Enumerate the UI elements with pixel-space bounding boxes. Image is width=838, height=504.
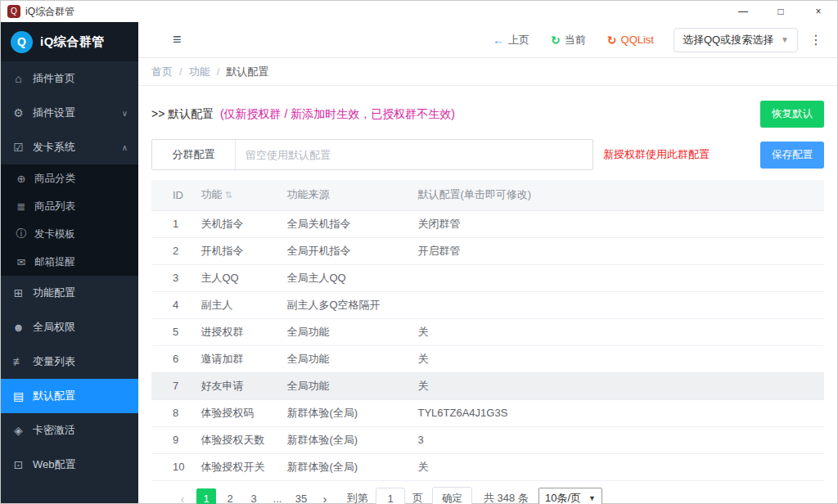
refresh-qqlist-button[interactable]: ↻ QQList (607, 34, 654, 47)
variable-icon: ≢ (11, 355, 25, 368)
web-icon: ⊡ (11, 458, 25, 471)
sort-icon[interactable]: ⇅ (224, 190, 232, 200)
minimize-button[interactable]: — (724, 1, 762, 22)
brand-name: iQ综合群管 (40, 34, 105, 50)
total-count-label: 共 348 条 (484, 491, 529, 504)
sidebar-item-default-config[interactable]: ▤ 默认配置 (1, 379, 138, 413)
cell-source: 副主人多Q空格隔开 (278, 291, 409, 318)
cell-config[interactable]: 关闭群管 (409, 210, 824, 237)
goto-label: 到第 (347, 491, 368, 504)
table-row[interactable]: 3 主人QQ 全局主人QQ (151, 264, 824, 291)
table-row[interactable]: 6 邀请加群 全局功能 关 (151, 345, 824, 372)
table-row[interactable]: 9 体验授权天数 新群体验(全局) 3 (151, 426, 824, 453)
confirm-button[interactable]: 确定 (432, 487, 472, 504)
config-table: ID 功能⇅ 功能来源 默认配置(单击即可修改) 1 关机指令 全局关机指令 关… (151, 180, 824, 481)
chevron-down-icon: ▼ (781, 35, 789, 44)
sidebar-item-label: 发卡系统 (33, 140, 115, 155)
sidebar-subitem-label: 发卡模板 (34, 227, 75, 241)
cell-config[interactable]: 关 (409, 372, 824, 399)
group-config-button[interactable]: 分群配置 (152, 140, 236, 169)
sidebar-item-web-config[interactable]: ⊡ Web配置 (1, 448, 138, 482)
sidebar-subitem-card-template[interactable]: ⓘ 发卡模板 (1, 220, 138, 248)
maximize-button[interactable]: □ (762, 1, 800, 22)
sidebar-item-label: 卡密激活 (33, 423, 128, 438)
gear-icon: ⚙ (11, 106, 25, 119)
page-button-3[interactable]: 3 (244, 488, 264, 504)
cell-config[interactable]: TYL6TZ6A4J1G3S (409, 399, 824, 426)
refresh-icon: ↻ (551, 34, 561, 47)
table-row[interactable]: 2 开机指令 全局开机指令 开启群管 (151, 237, 824, 264)
breadcrumb-feature[interactable]: 功能 (189, 65, 210, 79)
page-button-2[interactable]: 2 (220, 488, 240, 504)
page-unit-label: 页 (412, 491, 423, 504)
cell-config[interactable]: 关 (409, 345, 824, 372)
table-row[interactable]: 5 进授权群 全局功能 关 (151, 318, 824, 345)
page-ellipsis[interactable]: ... (268, 488, 287, 504)
header-source: 功能来源 (278, 180, 409, 210)
refresh-current-button[interactable]: ↻ 当前 (551, 33, 586, 47)
close-button[interactable]: × (800, 1, 837, 22)
sidebar-item-label: Web配置 (33, 457, 128, 472)
cell-function: 主人QQ (192, 264, 278, 291)
sidebar-item-plugin-settings[interactable]: ⚙ 插件设置 ∨ (1, 96, 138, 130)
warning-text: 新授权群使用此群配置 (603, 147, 710, 162)
table-row[interactable]: 1 关机指令 全局关机指令 关闭群管 (151, 210, 824, 237)
group-config-input[interactable] (236, 140, 592, 169)
sidebar-item-variable-list[interactable]: ≢ 变量列表 (1, 344, 138, 379)
sidebar-subitem-label: 邮箱提醒 (34, 255, 75, 269)
cell-function: 进授权群 (192, 318, 278, 345)
table-row[interactable]: 8 体验授权码 新群体验(全局) TYL6TZ6A4J1G3S (151, 399, 824, 426)
sidebar-subitem-mail-reminder[interactable]: ✉ 邮箱提醒 (1, 248, 138, 276)
cell-config[interactable]: 关 (409, 453, 824, 480)
restore-default-button[interactable]: 恢复默认 (760, 101, 824, 128)
panel-title: >> 默认配置 (151, 107, 214, 120)
cell-function: 体验授权码 (192, 399, 278, 426)
save-config-button[interactable]: 保存配置 (760, 142, 824, 169)
cell-id: 4 (151, 291, 192, 318)
page-button-35[interactable]: 35 (291, 488, 311, 504)
card-system-icon: ☑ (11, 141, 25, 154)
cell-config[interactable] (409, 291, 824, 318)
sidebar-item-plugin-home[interactable]: ⌂ 插件首页 (1, 61, 138, 96)
cell-config[interactable] (409, 264, 824, 291)
cell-function: 邀请加群 (192, 345, 278, 372)
sidebar-item-card-system[interactable]: ☑ 发卡系统 ∧ (1, 130, 138, 164)
qq-select-dropdown[interactable]: 选择QQ或搜索选择 ▼ (674, 28, 798, 52)
list-icon: ≣ (15, 200, 28, 213)
page-button-1[interactable]: 1 (196, 488, 216, 504)
table-header-row: ID 功能⇅ 功能来源 默认配置(单击即可修改) (151, 180, 824, 210)
cell-source: 全局关机指令 (278, 210, 409, 237)
cell-config[interactable]: 3 (409, 426, 824, 453)
person-icon: ☻ (11, 321, 25, 334)
sidebar-subitem-product-list[interactable]: ≣ 商品列表 (1, 192, 138, 220)
next-page-icon[interactable]: › (315, 488, 335, 504)
goto-page-input[interactable] (376, 488, 405, 504)
cell-source: 新群体验(全局) (278, 426, 409, 453)
kebab-menu-icon[interactable]: ⋮ (809, 32, 822, 47)
cell-config[interactable]: 关 (409, 318, 824, 345)
cell-id: 10 (151, 453, 192, 480)
table-row[interactable]: 4 副主人 副主人多Q空格隔开 (151, 291, 824, 318)
header-function-label: 功能 (200, 188, 222, 200)
prev-page-button[interactable]: ← 上页 (493, 33, 529, 47)
card-system-submenu: ⊕ 商品分类 ≣ 商品列表 ⓘ 发卡模板 ✉ 邮箱提醒 (1, 164, 138, 276)
default-config-icon: ▤ (11, 389, 25, 403)
sidebar-subitem-product-category[interactable]: ⊕ 商品分类 (1, 164, 138, 192)
cell-function: 关机指令 (192, 210, 278, 237)
sidebar-item-global-permission[interactable]: ☻ 全局权限 (1, 310, 138, 344)
sidebar-item-feature-config[interactable]: ⊞ 功能配置 (1, 276, 138, 310)
cell-config[interactable]: 开启群管 (409, 237, 824, 264)
titlebar: Q iQ综合群管 — □ × (1, 1, 837, 22)
cell-id: 8 (151, 399, 192, 426)
breadcrumb-home[interactable]: 首页 (151, 65, 173, 79)
table-row-highlighted[interactable]: 7 好友申请 全局功能 关 (151, 372, 824, 399)
prev-page-icon[interactable]: ‹ (173, 488, 192, 504)
sidebar-item-key-activation[interactable]: ◈ 卡密激活 (1, 413, 138, 448)
table-row[interactable]: 10 体验授权开关 新群体验(全局) 关 (151, 453, 824, 480)
page-size-select[interactable]: 10条/页 ▼ (538, 488, 602, 504)
sidebar-item-label: 插件首页 (33, 71, 128, 86)
collapse-sidebar-icon[interactable]: ≡ (173, 31, 182, 48)
chevron-up-icon: ∧ (122, 143, 128, 152)
window-title: iQ综合群管 (25, 5, 724, 19)
category-icon: ⊕ (15, 173, 28, 185)
